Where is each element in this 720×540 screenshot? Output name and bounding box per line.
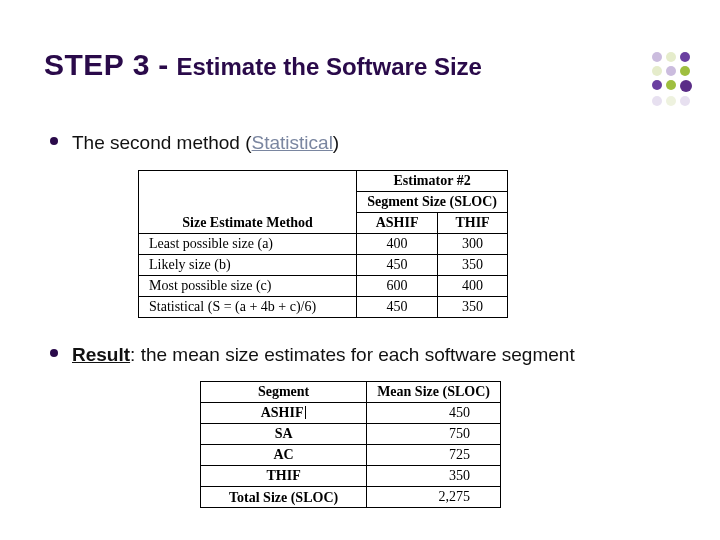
title-step: STEP 3 [44, 48, 150, 81]
table-row: Most possible size (c) 600 400 [139, 275, 508, 296]
th-method: Size Estimate Method [139, 170, 357, 233]
th-segment: Segment [201, 382, 367, 403]
table-row: Least possible size (a) 400 300 [139, 233, 508, 254]
th-estimator: Estimator #2 [357, 170, 508, 191]
table-row: Total Size (SLOC) 2,275 [201, 487, 501, 508]
table-row: Likely size (b) 450 350 [139, 254, 508, 275]
table-row: AC 725 [201, 445, 501, 466]
mean-size-table: Segment Mean Size (SLOC) ASHIF 450 SA 75… [200, 381, 501, 508]
bullet-2-text: Result: the mean size estimates for each… [72, 342, 575, 368]
th-ashif: ASHIF [357, 212, 438, 233]
table-row: SA 750 [201, 424, 501, 445]
keyword-result: Result [72, 344, 130, 365]
estimator-table: Size Estimate Method Estimator #2 Segmen… [138, 170, 508, 318]
bullet-1-text: The second method (Statistical) [72, 130, 339, 156]
table-row: ASHIF 450 [201, 403, 501, 424]
text-cursor [305, 406, 306, 419]
th-thif: THIF [438, 212, 508, 233]
bullet-2: Result: the mean size estimates for each… [50, 342, 670, 368]
slide-content: The second method (Statistical) Size Est… [50, 130, 670, 508]
slide-title: STEP 3 - Estimate the Software Size [44, 48, 482, 82]
th-mean-size: Mean Size (SLOC) [367, 382, 501, 403]
title-rest: Estimate the Software Size [177, 53, 482, 80]
decorative-dots [652, 52, 692, 106]
title-sep: - [150, 48, 177, 81]
bullet-icon [50, 137, 58, 145]
th-segment-size: Segment Size (SLOC) [357, 191, 508, 212]
table-row: Statistical (S = (a + 4b + c)/6) 450 350 [139, 296, 508, 317]
table-row: THIF 350 [201, 466, 501, 487]
bullet-icon [50, 349, 58, 357]
bullet-1: The second method (Statistical) [50, 130, 670, 156]
keyword-statistical: Statistical [252, 132, 333, 153]
